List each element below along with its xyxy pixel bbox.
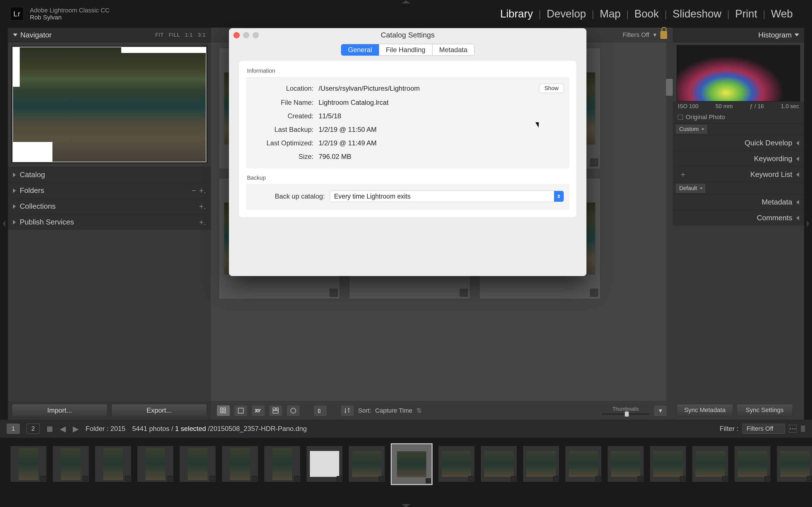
section-catalog[interactable]: Catalog xyxy=(8,167,211,182)
navigator-zoom[interactable]: FIT FILL 1:1 3:1 xyxy=(152,32,206,38)
filmstrip-cell[interactable] xyxy=(607,446,644,482)
window-close-button[interactable] xyxy=(234,32,240,38)
filmstrip-cell[interactable] xyxy=(734,446,771,482)
filmstrip-cell[interactable] xyxy=(349,446,385,482)
export-button[interactable]: Export... xyxy=(111,404,207,417)
badge-icon xyxy=(511,476,516,481)
filmstrip-cell[interactable] xyxy=(523,446,559,482)
view-loupe-button[interactable] xyxy=(234,405,248,416)
filter-switch-icon[interactable] xyxy=(801,425,805,432)
right-edge-toggle[interactable] xyxy=(804,27,812,420)
cursor-icon xyxy=(537,121,542,128)
filmstrip-cell[interactable] xyxy=(306,446,343,482)
section-keyword-list[interactable]: Keyword List+ xyxy=(673,166,804,182)
filmstrip-cell[interactable] xyxy=(650,446,686,482)
tab-general[interactable]: General xyxy=(341,44,379,55)
filmstrip-cell[interactable] xyxy=(438,446,475,482)
top-panel-pull-icon[interactable] xyxy=(400,0,412,4)
histogram-header[interactable]: Histogram xyxy=(673,27,804,42)
module-library[interactable]: Library xyxy=(495,8,539,20)
chevron-down-icon[interactable]: ▾ xyxy=(653,31,656,39)
primary-display-button[interactable]: 1 xyxy=(7,424,20,434)
secondary-display-button[interactable]: 2 xyxy=(27,424,40,434)
sync-metadata-button[interactable]: Sync Metadata xyxy=(677,404,733,416)
module-book[interactable]: Book xyxy=(629,8,665,20)
zoom-fill[interactable]: FILL xyxy=(169,32,180,38)
thumbnail-size-slider[interactable] xyxy=(602,413,650,415)
zoom-3-1[interactable]: 3:1 xyxy=(198,32,206,38)
module-slideshow[interactable]: Slideshow xyxy=(667,8,727,20)
chevron-updown-icon[interactable]: ⇅ xyxy=(416,407,421,414)
information-group: Location:/Users/rsylvan/Pictures/Lightro… xyxy=(246,77,569,168)
filmstrip-cell[interactable] xyxy=(264,446,301,482)
filmstrip-cell[interactable] xyxy=(565,446,602,482)
filmstrip-cell[interactable] xyxy=(10,446,47,482)
view-survey-button[interactable] xyxy=(269,405,283,416)
filters-off-label[interactable]: Filters Off xyxy=(622,31,649,39)
filmstrip[interactable] xyxy=(0,438,812,507)
section-folders[interactable]: Folders−+. xyxy=(8,182,211,198)
filmstrip-cell[interactable] xyxy=(776,446,812,482)
filmstrip-cell[interactable] xyxy=(137,446,174,482)
left-panel: Navigator FIT FILL 1:1 3:1 Catalog Folde… xyxy=(8,27,211,420)
module-map[interactable]: Map xyxy=(594,8,626,20)
view-compare-button[interactable]: XY xyxy=(252,405,265,416)
plus-icon[interactable]: + xyxy=(680,170,685,179)
sort-value[interactable]: Capture Time xyxy=(375,407,412,414)
filmstrip-cell-selected[interactable] xyxy=(391,443,433,485)
left-edge-toggle[interactable] xyxy=(0,27,8,420)
module-develop[interactable]: Develop xyxy=(541,8,592,20)
filmstrip-cell[interactable] xyxy=(221,446,258,482)
import-button[interactable]: Import... xyxy=(12,404,107,417)
view-grid-button[interactable] xyxy=(216,405,230,416)
view-people-button[interactable] xyxy=(287,405,300,416)
section-publish[interactable]: Publish Services+. xyxy=(8,214,211,230)
filmstrip-cell[interactable] xyxy=(52,446,89,482)
section-keywording[interactable]: Keywording xyxy=(673,151,804,166)
section-metadata[interactable]: Metadata xyxy=(673,194,804,210)
navigator-preview[interactable] xyxy=(8,42,211,167)
lock-icon[interactable] xyxy=(660,31,667,39)
painter-button[interactable] xyxy=(313,405,327,416)
zoom-1-1[interactable]: 1:1 xyxy=(185,32,193,38)
plus-icon[interactable]: +. xyxy=(199,202,206,211)
show-button[interactable]: Show xyxy=(539,83,564,93)
minus-icon[interactable]: − xyxy=(192,186,196,195)
dialog-titlebar: Catalog Settings xyxy=(229,28,587,42)
metadata-dropdown[interactable]: Default xyxy=(676,184,705,193)
tab-file-handling[interactable]: File Handling xyxy=(379,44,433,55)
zoom-fit[interactable]: FIT xyxy=(155,32,164,38)
navigator-header[interactable]: Navigator FIT FILL 1:1 3:1 xyxy=(8,27,211,42)
right-panel: Histogram ISO 100 50 mm ƒ / 16 1.0 sec O… xyxy=(673,27,804,420)
toolbar-menu-button[interactable]: ▾ xyxy=(654,405,667,416)
section-comments[interactable]: Comments xyxy=(673,210,804,226)
module-web[interactable]: Web xyxy=(765,8,799,20)
checkbox-icon[interactable] xyxy=(678,115,683,120)
preset-dropdown[interactable]: Custom xyxy=(676,125,707,133)
original-photo-row[interactable]: Original Photo xyxy=(673,111,804,123)
filter-dropdown[interactable]: Filters Off xyxy=(742,424,785,434)
histogram-display[interactable] xyxy=(677,45,800,101)
badge-icon xyxy=(765,476,770,481)
section-quick-develop[interactable]: Quick Develop xyxy=(673,135,804,151)
tab-metadata[interactable]: Metadata xyxy=(433,44,474,55)
grid-mode-icon[interactable]: ▦ xyxy=(47,425,53,433)
plus-icon[interactable]: +. xyxy=(199,218,206,227)
right-panel-footer: Sync Metadata Sync Settings xyxy=(673,404,804,420)
badge-icon xyxy=(41,476,46,481)
grid-scrollbar[interactable] xyxy=(666,42,673,401)
filmstrip-cell[interactable] xyxy=(179,446,216,482)
filter-options-button[interactable]: ⋯ xyxy=(789,425,797,433)
filmstrip-cell[interactable] xyxy=(480,446,517,482)
module-print[interactable]: Print xyxy=(730,8,763,20)
filmstrip-cell[interactable] xyxy=(95,446,132,482)
nav-forward-icon[interactable]: ▶ xyxy=(73,424,79,434)
sync-settings-button[interactable]: Sync Settings xyxy=(737,404,793,416)
nav-back-icon[interactable]: ◀ xyxy=(60,424,66,434)
section-collections[interactable]: Collections+. xyxy=(8,198,211,214)
backup-frequency-select[interactable]: Every time Lightroom exits xyxy=(330,191,564,202)
plus-icon[interactable]: +. xyxy=(199,186,206,195)
filmstrip-cell[interactable] xyxy=(692,446,728,482)
sort-direction-button[interactable] xyxy=(341,405,354,416)
bottom-panel-pull-icon[interactable] xyxy=(402,504,410,507)
